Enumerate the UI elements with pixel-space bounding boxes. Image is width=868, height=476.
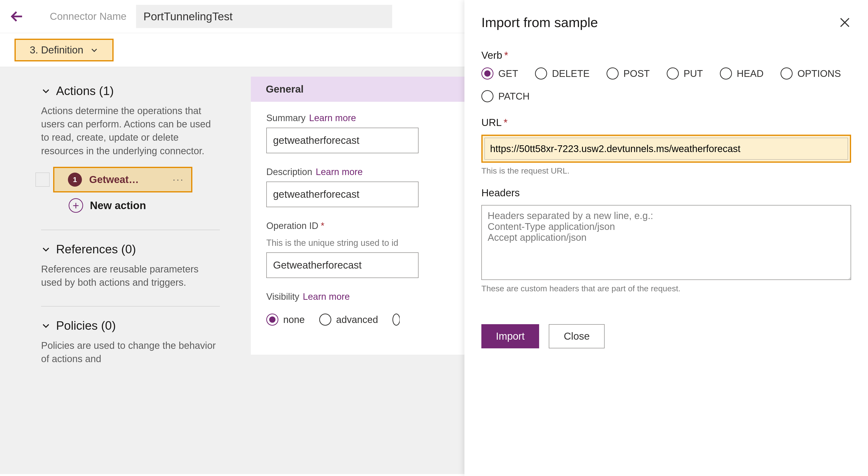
verb-radio-group: GETDELETEPOSTPUTHEADOPTIONSPATCH xyxy=(482,67,851,102)
section-references-desc: References are reusable parameters used … xyxy=(41,263,220,289)
section-actions-title: Actions (1) xyxy=(56,84,114,98)
verb-patch[interactable]: PATCH xyxy=(482,90,530,102)
connector-name-label: Connector Name xyxy=(50,11,126,22)
visibility-label: Visibility xyxy=(266,292,300,302)
section-actions-desc: Actions determine the operations that us… xyxy=(41,104,220,158)
action-more-icon[interactable]: ··· xyxy=(173,175,184,185)
verb-label-text: PATCH xyxy=(498,91,530,102)
action-badge: 1 xyxy=(68,173,82,187)
verb-options[interactable]: OPTIONS xyxy=(780,67,841,80)
verb-post[interactable]: POST xyxy=(607,67,650,80)
step-label: 3. Definition xyxy=(30,44,83,56)
visibility-none-label: none xyxy=(283,314,305,325)
separator xyxy=(41,230,220,230)
description-label: Description xyxy=(266,167,312,177)
summary-input[interactable] xyxy=(266,128,418,153)
panel-title: Import from sample xyxy=(482,14,598,30)
verb-label-text: PUT xyxy=(684,68,703,79)
section-references-title: References (0) xyxy=(56,242,136,256)
action-item[interactable]: 1 Getweat… ··· xyxy=(53,167,192,192)
verb-label-text: POST xyxy=(623,68,650,79)
url-help: This is the request URL. xyxy=(482,166,851,176)
separator xyxy=(41,306,220,306)
description-learn-more[interactable]: Learn more xyxy=(316,167,363,177)
url-input[interactable] xyxy=(485,138,848,159)
visibility-advanced[interactable]: advanced xyxy=(319,314,378,326)
action-checkbox[interactable] xyxy=(35,173,50,187)
operation-id-input[interactable] xyxy=(266,252,418,278)
section-policies-header[interactable]: Policies (0) xyxy=(41,319,220,333)
chevron-down-icon xyxy=(41,86,51,96)
description-input[interactable] xyxy=(266,182,418,207)
headers-textarea[interactable] xyxy=(482,205,851,280)
chevron-down-icon xyxy=(41,321,51,330)
step-definition[interactable]: 3. Definition xyxy=(14,39,114,61)
verb-label: Verb* xyxy=(482,50,851,61)
visibility-learn-more[interactable]: Learn more xyxy=(303,292,350,302)
import-panel: Import from sample Verb* GETDELETEPOSTPU… xyxy=(464,0,868,476)
section-references-header[interactable]: References (0) xyxy=(41,242,220,256)
summary-label: Summary xyxy=(266,113,306,123)
visibility-advanced-label: advanced xyxy=(336,314,378,325)
section-policies-desc: Policies are used to change the behavior… xyxy=(41,339,220,365)
verb-delete[interactable]: DELETE xyxy=(535,67,590,80)
verb-put[interactable]: PUT xyxy=(667,67,703,80)
back-icon[interactable] xyxy=(10,10,23,23)
url-highlight xyxy=(482,135,851,163)
chevron-down-icon xyxy=(90,46,98,54)
url-label: URL* xyxy=(482,117,851,128)
plus-icon: + xyxy=(69,198,83,213)
operation-id-label: Operation ID* xyxy=(266,221,324,231)
import-button[interactable]: Import xyxy=(482,324,539,348)
visibility-extra[interactable] xyxy=(393,314,400,326)
verb-label-text: GET xyxy=(498,68,518,79)
verb-label-text: HEAD xyxy=(737,68,764,79)
left-column: Actions (1) Actions determine the operat… xyxy=(0,67,242,474)
close-icon[interactable] xyxy=(839,16,851,29)
close-button[interactable]: Close xyxy=(549,324,604,348)
headers-help: These are custom headers that are part o… xyxy=(482,284,851,293)
visibility-none[interactable]: none xyxy=(266,314,305,326)
verb-head[interactable]: HEAD xyxy=(720,67,764,80)
chevron-down-icon xyxy=(41,244,51,254)
verb-get[interactable]: GET xyxy=(482,67,518,80)
connector-name-input[interactable] xyxy=(136,5,392,28)
verb-label-text: OPTIONS xyxy=(798,68,841,79)
action-label: Getweat… xyxy=(89,174,165,185)
verb-label-text: DELETE xyxy=(552,68,590,79)
new-action-label: New action xyxy=(90,200,146,211)
headers-label: Headers xyxy=(482,187,851,199)
new-action[interactable]: + New action xyxy=(69,198,220,213)
section-actions-header[interactable]: Actions (1) xyxy=(41,84,220,98)
summary-learn-more[interactable]: Learn more xyxy=(309,113,356,123)
section-policies-title: Policies (0) xyxy=(56,319,116,333)
